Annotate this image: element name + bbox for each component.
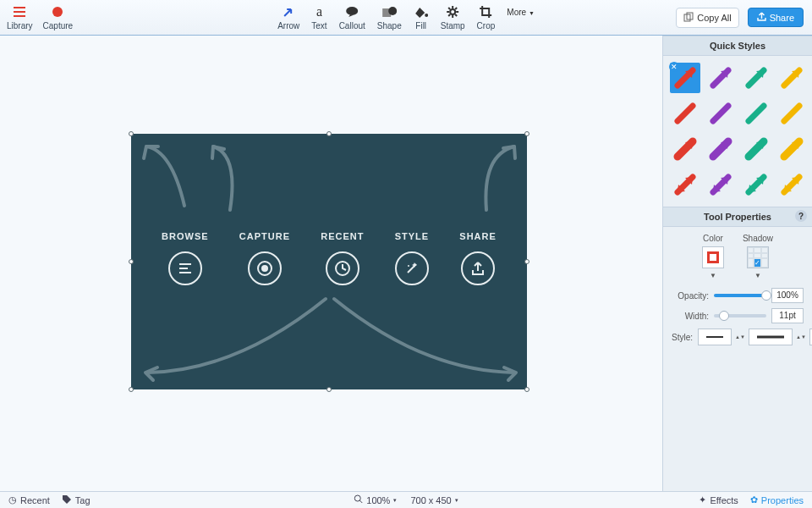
copy-all-button[interactable]: Copy All	[676, 8, 738, 28]
quick-style-swatch[interactable]	[741, 134, 771, 164]
color-swatch[interactable]	[702, 246, 724, 268]
svg-point-3	[388, 7, 397, 15]
svg-line-16	[678, 106, 693, 121]
quick-style-swatch[interactable]	[705, 169, 736, 200]
tool-stamp[interactable]: Stamp	[441, 4, 465, 30]
ab-style: STYLE	[395, 231, 429, 285]
text-icon: a	[311, 4, 326, 19]
quick-style-swatch[interactable]	[741, 169, 771, 200]
help-button[interactable]: ?	[795, 210, 807, 222]
chevron-down-icon: ▼	[754, 272, 761, 279]
close-icon[interactable]: ✕	[669, 62, 679, 72]
svg-point-9	[261, 265, 268, 272]
ab-recent: RECENT	[321, 231, 364, 285]
tool-arrow[interactable]: Arrow	[277, 4, 299, 30]
quick-style-swatch[interactable]	[776, 134, 807, 164]
canvas[interactable]: BROWSE CAPTURE RECENT STYLE SHARE	[0, 36, 662, 491]
resize-handle[interactable]	[326, 131, 332, 136]
quick-style-swatch[interactable]: ✕	[670, 63, 700, 93]
clock-icon: ◷	[8, 494, 17, 505]
quick-style-swatch[interactable]	[670, 134, 700, 164]
wand-icon	[395, 251, 429, 285]
zoom-level[interactable]: 100%▾	[354, 494, 397, 505]
svg-point-4	[425, 14, 428, 17]
quick-style-swatch[interactable]	[776, 63, 807, 93]
properties-button[interactable]: ✿Properties	[750, 494, 804, 505]
upload-icon	[461, 251, 495, 285]
quick-style-swatch[interactable]	[776, 98, 807, 129]
arrow-icon	[281, 4, 296, 19]
tool-callout[interactable]: Callout	[339, 4, 365, 30]
svg-line-19	[784, 106, 799, 121]
svg-line-32	[359, 500, 362, 503]
effects-button[interactable]: ✦Effects	[699, 494, 738, 505]
quick-style-swatch[interactable]	[705, 134, 736, 164]
callout-icon	[344, 4, 359, 19]
quick-style-swatch[interactable]	[741, 98, 771, 129]
resize-handle[interactable]	[524, 259, 529, 264]
record-icon	[50, 4, 65, 19]
ab-browse: BROWSE	[162, 231, 209, 285]
quick-style-swatch[interactable]	[776, 169, 807, 200]
quick-styles-grid: ✕	[663, 56, 812, 207]
library-button[interactable]: Library	[7, 4, 33, 30]
quick-style-swatch[interactable]	[741, 63, 771, 93]
svg-point-0	[52, 7, 63, 17]
opacity-slider[interactable]	[714, 294, 766, 297]
chevron-down-icon: ▾	[393, 497, 397, 504]
canvas-dimensions: 700 x 450 ▾	[410, 494, 458, 505]
svg-line-17	[713, 106, 728, 121]
tool-fill[interactable]: Fill	[414, 4, 429, 30]
resize-handle[interactable]	[524, 387, 529, 392]
share-icon	[757, 12, 766, 23]
quick-style-swatch[interactable]	[670, 169, 700, 200]
opacity-value[interactable]: 100%	[771, 288, 804, 303]
menu-icon	[12, 4, 27, 19]
capture-button[interactable]: Capture	[43, 4, 74, 30]
wand-icon: ✦	[699, 494, 706, 505]
more-button[interactable]: More ▼	[507, 8, 535, 17]
svg-point-1	[346, 7, 358, 15]
status-recent[interactable]: ◷Recent	[8, 494, 50, 506]
search-icon	[354, 494, 363, 505]
chevron-down-icon: ▾	[455, 497, 458, 504]
tag-icon	[62, 494, 72, 506]
resize-handle[interactable]	[129, 259, 134, 264]
chevron-down-icon: ▼	[710, 272, 716, 279]
tool-shape[interactable]: Shape	[377, 4, 402, 30]
tool-text[interactable]: aText	[311, 4, 326, 30]
quick-style-swatch[interactable]	[670, 98, 700, 129]
width-value[interactable]: 11pt	[771, 308, 804, 323]
svg-point-11	[408, 265, 409, 267]
shape-icon	[381, 4, 397, 19]
svg-point-5	[450, 9, 455, 14]
resize-handle[interactable]	[129, 387, 134, 392]
clock-icon	[326, 251, 359, 285]
target-icon	[248, 251, 282, 285]
tool-properties-header: Tool Properties?	[663, 207, 812, 227]
gear-icon: ✿	[750, 494, 758, 505]
resize-handle[interactable]	[129, 131, 134, 136]
tool-crop[interactable]: Crop	[477, 4, 496, 30]
style-tail-select[interactable]	[698, 329, 732, 345]
shadow-swatch[interactable]: ✓	[747, 246, 769, 268]
share-button[interactable]: Share	[748, 8, 804, 27]
svg-point-31	[354, 495, 360, 501]
statusbar: ◷Recent Tag 100%▾ 700 x 450 ▾ ✦Effects ✿…	[0, 491, 812, 508]
fill-icon	[414, 4, 429, 19]
toolbar: Library Capture Arrow aText Callout Shap…	[0, 0, 812, 36]
artboard[interactable]: BROWSE CAPTURE RECENT STYLE SHARE	[131, 134, 527, 389]
chevron-down-icon: ▼	[529, 10, 535, 16]
quick-style-swatch[interactable]	[705, 63, 736, 93]
list-icon	[168, 251, 202, 285]
status-tag[interactable]: Tag	[62, 494, 91, 506]
resize-handle[interactable]	[524, 131, 529, 136]
copy-icon	[683, 12, 694, 24]
gear-icon	[445, 4, 460, 19]
sidebar: Quick Styles ✕ Tool Properties? Color▼ S…	[662, 36, 812, 491]
width-slider[interactable]	[714, 314, 766, 318]
resize-handle[interactable]	[326, 387, 332, 392]
style-line-select[interactable]	[749, 329, 793, 345]
quick-styles-header: Quick Styles	[663, 36, 812, 56]
quick-style-swatch[interactable]	[705, 98, 736, 129]
